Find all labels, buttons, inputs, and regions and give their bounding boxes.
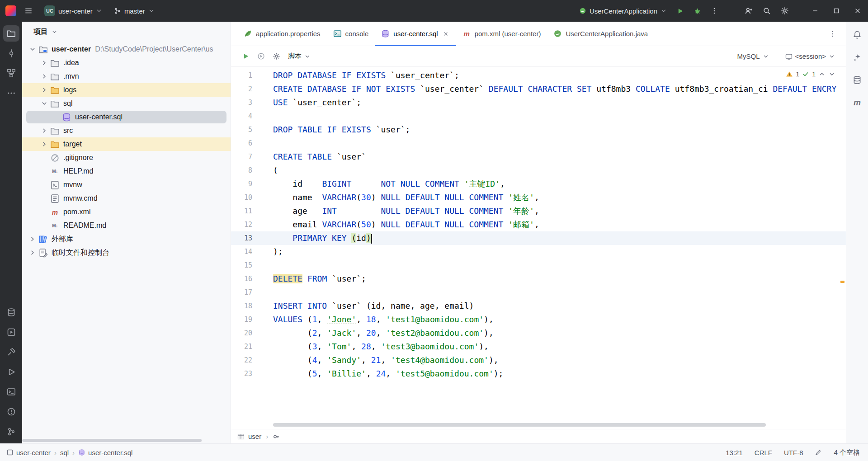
project-panel-header[interactable]: 项目 (22, 22, 231, 42)
tree-item-mvn[interactable]: .mvn (22, 70, 231, 83)
project-widget[interactable]: UC user-center (41, 3, 106, 19)
code-line-9[interactable]: 9 id BIGINT NOT NULL COMMENT '主键ID', (231, 177, 846, 191)
tree-chevron-right-icon[interactable] (38, 57, 50, 69)
tree-item-mvnw-cmd[interactable]: mvnw.cmd (22, 192, 231, 205)
code-line-15[interactable]: 15 (231, 259, 846, 272)
statusbar-crumb-project[interactable]: user-center (16, 449, 51, 456)
minimize-button[interactable] (804, 0, 826, 22)
breadcrumb-table[interactable]: user (248, 433, 261, 440)
tree-chevron-down-icon[interactable] (38, 98, 50, 109)
tree-chevron-right-icon[interactable] (38, 71, 50, 82)
tree-item-target[interactable]: target (22, 137, 231, 151)
code-line-6[interactable]: 6 (231, 136, 846, 150)
tree-item-src[interactable]: src (22, 124, 231, 137)
tree-item-idea[interactable]: .idea (22, 56, 231, 70)
file-writable-icon[interactable] (815, 449, 822, 456)
settings-gear-icon[interactable] (777, 3, 793, 19)
project-tool-icon[interactable] (3, 25, 19, 42)
version-control-tool-icon[interactable] (3, 423, 19, 440)
run-in-console-icon[interactable] (254, 49, 268, 64)
ai-assistant-icon[interactable] (849, 50, 865, 65)
code-line-8[interactable]: 8( (231, 164, 846, 177)
tab-usercenterapplication-java[interactable]: UserCenterApplication.java (547, 22, 654, 46)
vcs-branch-widget[interactable]: master (110, 5, 158, 17)
build-tool-icon[interactable] (3, 344, 19, 360)
tree-item-sql[interactable]: sql (22, 97, 231, 110)
code-area[interactable]: 1DROP DATABASE IF EXISTS `user_center`;2… (231, 67, 846, 429)
code-line-1[interactable]: 1DROP DATABASE IF EXISTS `user_center`; (231, 69, 846, 82)
database-tool-icon[interactable] (849, 72, 865, 88)
run-button[interactable] (672, 3, 688, 19)
code-line-7[interactable]: 7CREATE TABLE `user` (231, 150, 846, 164)
run-tool-icon[interactable] (3, 364, 19, 380)
caret-position[interactable]: 13:21 (726, 449, 743, 456)
code-line-16[interactable]: 16DELETE FROM `user`; (231, 272, 846, 286)
line-separator[interactable]: CRLF (755, 449, 772, 456)
code-line-4[interactable]: 4 (231, 109, 846, 123)
previous-highlight-icon[interactable] (818, 71, 826, 78)
project-horizontal-scrollbar[interactable] (22, 439, 202, 442)
code-line-10[interactable]: 10 name VARCHAR(30) NULL DEFAULT NULL CO… (231, 191, 846, 204)
tab-application-properties[interactable]: application.properties (237, 22, 327, 46)
tree-chevron-down-icon[interactable] (27, 43, 38, 55)
code-line-21[interactable]: 21 (3, 'Tom', 28, 'test3@baomidou.com'), (231, 340, 846, 353)
jdbc-settings-gear-icon[interactable] (269, 49, 283, 64)
indent-setting[interactable]: 4 个空格 (834, 448, 860, 457)
tree-item-help-md[interactable]: M↓HELP.md (22, 165, 231, 178)
database-tool-icon[interactable] (3, 304, 19, 320)
tree-chevron-right-icon[interactable] (27, 247, 38, 259)
next-highlight-icon[interactable] (828, 71, 835, 78)
code-line-17[interactable]: 17 (231, 286, 846, 299)
code-line-3[interactable]: 3USE `user_center`; (231, 96, 846, 109)
tree-chevron-right-icon[interactable] (27, 233, 38, 245)
problems-tool-icon[interactable] (3, 404, 19, 420)
close-button[interactable] (847, 0, 868, 22)
code-line-2[interactable]: 2CREATE DATABASE IF NOT EXISTS `user_cen… (231, 82, 846, 96)
code-with-me-icon[interactable] (741, 3, 756, 19)
tree-item-mvnw[interactable]: mvnw (22, 178, 231, 192)
code-line-5[interactable]: 5DROP TABLE IF EXISTS `user`; (231, 123, 846, 136)
statusbar-crumb-file[interactable]: user-center.sql (88, 449, 132, 456)
tree-item-临时文件和控制台[interactable]: 临时文件和控制台 (22, 246, 231, 259)
script-dropdown[interactable]: 脚本 (284, 50, 314, 62)
file-encoding[interactable]: UTF-8 (784, 449, 803, 456)
maximize-button[interactable] (826, 0, 847, 22)
code-line-18[interactable]: 18INSERT INTO `user` (id, name, age, ema… (231, 299, 846, 313)
statusbar-crumb-folder[interactable]: sql (60, 449, 69, 456)
tab-console[interactable]: console (327, 22, 375, 46)
main-menu-icon[interactable] (21, 3, 36, 19)
tree-item-外部库[interactable]: 外部库 (22, 232, 231, 246)
code-line-23[interactable]: 23 (5, 'Billie', 24, 'test5@baomidou.com… (231, 367, 846, 381)
tree-chevron-right-icon[interactable] (38, 138, 50, 150)
code-line-12[interactable]: 12 email VARCHAR(50) NULL DEFAULT NULL C… (231, 218, 846, 231)
code-line-22[interactable]: 22 (4, 'Sandy', 21, 'test4@baomidou.com'… (231, 353, 846, 367)
code-line-13[interactable]: 13 PRIMARY KEY (id) (231, 231, 846, 245)
maven-tool-icon[interactable]: m (849, 95, 865, 110)
tab-options-kebab-icon[interactable] (826, 28, 839, 40)
code-line-11[interactable]: 11 age INT NULL DEFAULT NULL COMMENT '年龄… (231, 204, 846, 218)
editor-horizontal-scrollbar[interactable] (273, 423, 766, 427)
tab-user-center-sql[interactable]: user-center.sql (375, 22, 456, 46)
tree-item-pom-xml[interactable]: mpom.xml (22, 205, 231, 219)
tree-item-user-center-sql[interactable]: user-center.sql (22, 110, 231, 124)
notifications-bell-icon[interactable] (849, 27, 865, 42)
services-tool-icon[interactable] (3, 324, 19, 340)
more-run-actions-icon[interactable] (707, 3, 722, 19)
run-configuration-widget[interactable]: UserCenterApplication (576, 5, 670, 17)
tree-item-gitignore[interactable]: .gitignore (22, 151, 231, 165)
error-stripe-warning-mark[interactable] (840, 281, 844, 283)
commit-tool-icon[interactable] (3, 45, 19, 61)
dialect-dropdown[interactable]: MySQL (734, 51, 773, 62)
terminal-tool-icon[interactable] (3, 384, 19, 400)
more-tool-windows-icon[interactable] (3, 85, 19, 101)
tree-item-logs[interactable]: logs (22, 83, 231, 97)
session-dropdown[interactable]: <session> (782, 51, 839, 62)
close-tab-icon[interactable] (442, 30, 450, 38)
tree-chevron-right-icon[interactable] (38, 125, 50, 136)
code-line-19[interactable]: 19VALUES (1, 'Jone', 18, 'test1@baomidou… (231, 313, 846, 326)
search-everywhere-icon[interactable] (759, 3, 774, 19)
execute-button[interactable] (238, 49, 253, 64)
debug-button[interactable] (689, 3, 705, 19)
tree-item-readme-md[interactable]: M↓README.md (22, 219, 231, 232)
code-line-14[interactable]: 14); (231, 245, 846, 259)
